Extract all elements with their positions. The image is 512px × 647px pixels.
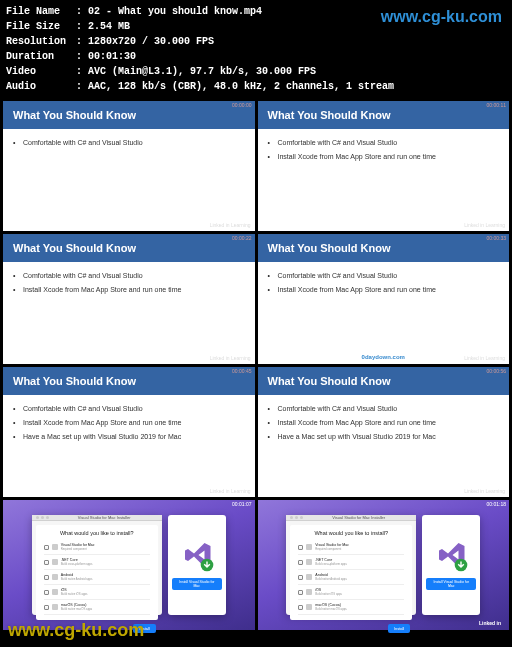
duration-label: Duration bbox=[6, 49, 76, 64]
bullet: Install Xcode from Mac App Store and run… bbox=[268, 153, 500, 160]
window-dot-icon bbox=[41, 516, 44, 519]
bullet: Comfortable with C# and Visual Studio bbox=[13, 405, 245, 412]
download-panel: Install Visual Studio for Mac bbox=[168, 515, 226, 615]
window-dot-icon bbox=[36, 516, 39, 519]
timecode: 00:01:07 bbox=[232, 501, 251, 507]
slide-title: What You Should Know bbox=[258, 234, 510, 262]
timecode: 00:00:45 bbox=[232, 368, 251, 374]
bullet: Comfortable with C# and Visual Studio bbox=[13, 139, 245, 146]
slide-title: What You Should Know bbox=[258, 101, 510, 129]
brand-footer: Linked in Learning bbox=[210, 355, 251, 361]
window-dot-icon bbox=[46, 516, 49, 519]
component-icon bbox=[52, 559, 58, 565]
watermark-bottom: www.cg-ku.com bbox=[8, 620, 144, 641]
bullet: Install Xcode from Mac App Store and run… bbox=[13, 286, 245, 293]
brand-footer: Linked in Learning bbox=[464, 222, 505, 228]
checkbox-icon bbox=[44, 560, 49, 565]
installer-item: .NET CoreBuild cross-platform apps bbox=[44, 555, 150, 570]
slide-thumbnail: 00:00:00 What You Should Know Comfortabl… bbox=[3, 101, 255, 231]
brand-footer: Linked in Learning bbox=[210, 488, 251, 494]
thumbnail-grid: 00:00:00 What You Should Know Comfortabl… bbox=[0, 98, 512, 633]
center-watermark: 0daydown.com bbox=[362, 354, 405, 360]
panel-install-button: Install Visual Studio for Mac bbox=[172, 578, 222, 590]
panel-install-button: Install Visual Studio for Mac bbox=[426, 578, 476, 590]
watermark-top: www.cg-ku.com bbox=[381, 8, 502, 26]
window-dot-icon bbox=[290, 516, 293, 519]
brand-footer: Linked in Learning bbox=[210, 222, 251, 228]
window-dot-icon bbox=[300, 516, 303, 519]
installer-item: iOSBuild native iOS apps bbox=[44, 585, 150, 600]
timecode: 00:00:11 bbox=[487, 102, 506, 108]
installer-window-title: Visual Studio for Mac Installer bbox=[51, 515, 158, 520]
installer-window-title: Visual Studio for Mac Installer bbox=[305, 515, 412, 520]
bullet: Comfortable with C# and Visual Studio bbox=[13, 272, 245, 279]
installer-item: AndroidBuild native Android apps bbox=[298, 570, 404, 585]
installer-heading: What would you like to install? bbox=[44, 530, 150, 536]
checkbox-icon bbox=[44, 590, 49, 595]
bullet: Comfortable with C# and Visual Studio bbox=[268, 272, 500, 279]
installer-heading: What would you like to install? bbox=[298, 530, 404, 536]
duration-value: 00:01:30 bbox=[88, 49, 136, 64]
download-arrow-icon bbox=[200, 558, 214, 572]
component-icon bbox=[52, 574, 58, 580]
installer-item: .NET CoreBuild cross-platform apps bbox=[298, 555, 404, 570]
file-size-value: 2.54 MB bbox=[88, 19, 130, 34]
bullet: Install Xcode from Mac App Store and run… bbox=[268, 419, 500, 426]
installer-titlebar: Visual Studio for Mac Installer bbox=[32, 515, 162, 521]
linkedin-footer: Linked in bbox=[479, 620, 501, 626]
file-name-value: 02 - What you should know.mp4 bbox=[88, 4, 262, 19]
timecode: 00:01:18 bbox=[487, 501, 506, 507]
bullet: Install Xcode from Mac App Store and run… bbox=[13, 419, 245, 426]
slide-thumbnail: 00:00:11 What You Should Know Comfortabl… bbox=[258, 101, 510, 231]
component-icon bbox=[306, 589, 312, 595]
slide-thumbnail: 00:00:22 What You Should Know Comfortabl… bbox=[3, 234, 255, 364]
bullet: Install Xcode from Mac App Store and run… bbox=[268, 286, 500, 293]
bullet: Comfortable with C# and Visual Studio bbox=[268, 139, 500, 146]
checkbox-icon bbox=[298, 605, 303, 610]
slide-thumbnail: 00:00:45 What You Should Know Comfortabl… bbox=[3, 367, 255, 497]
timecode: 00:00:22 bbox=[232, 235, 251, 241]
brand-footer: Linked in Learning bbox=[464, 355, 505, 361]
slide-title: What You Should Know bbox=[3, 234, 255, 262]
audio-value: AAC, 128 kb/s (CBR), 48.0 kHz, 2 channel… bbox=[88, 79, 394, 94]
download-arrow-icon bbox=[454, 558, 468, 572]
video-value: AVC (Main@L3.1), 97.7 kb/s, 30.000 FPS bbox=[88, 64, 316, 79]
installer-item: Visual Studio for MacRequired component bbox=[44, 540, 150, 555]
window-dot-icon bbox=[295, 516, 298, 519]
checkbox-icon bbox=[44, 605, 49, 610]
checkbox-icon bbox=[298, 575, 303, 580]
installer-item: macOS (Cocoa)Build native macOS apps bbox=[44, 600, 150, 615]
audio-label: Audio bbox=[6, 79, 76, 94]
checkbox-icon bbox=[44, 575, 49, 580]
bullet: Have a Mac set up with Visual Studio 201… bbox=[13, 433, 245, 440]
slide-title: What You Should Know bbox=[3, 367, 255, 395]
install-button: Install bbox=[388, 624, 410, 633]
installer-item: Visual Studio for MacRequired component bbox=[298, 540, 404, 555]
slide-thumbnail-installer: 00:01:18 Visual Studio for Mac Installer… bbox=[258, 500, 510, 630]
brand-footer: Linked in Learning bbox=[464, 488, 505, 494]
bullet: Have a Mac set up with Visual Studio 201… bbox=[268, 433, 500, 440]
slide-title: What You Should Know bbox=[3, 101, 255, 129]
checkbox-icon bbox=[298, 545, 303, 550]
bullet: Comfortable with C# and Visual Studio bbox=[268, 405, 500, 412]
visual-studio-icon bbox=[436, 540, 466, 570]
file-size-label: File Size bbox=[6, 19, 76, 34]
timecode: 00:00:00 bbox=[232, 102, 251, 108]
file-name-label: File Name bbox=[6, 4, 76, 19]
download-panel: Install Visual Studio for Mac bbox=[422, 515, 480, 615]
installer-item: iOSBuild native iOS apps bbox=[298, 585, 404, 600]
slide-title: What You Should Know bbox=[258, 367, 510, 395]
installer-item: macOS (Cocoa)Build native macOS apps bbox=[298, 600, 404, 615]
component-icon bbox=[52, 544, 58, 550]
installer-window: Visual Studio for Mac Installer What wou… bbox=[32, 515, 162, 615]
timecode: 00:00:56 bbox=[487, 368, 506, 374]
checkbox-icon bbox=[298, 560, 303, 565]
component-icon bbox=[306, 544, 312, 550]
checkbox-icon bbox=[44, 545, 49, 550]
video-label: Video bbox=[6, 64, 76, 79]
resolution-label: Resolution bbox=[6, 34, 76, 49]
slide-thumbnail: 00:00:56 What You Should Know Comfortabl… bbox=[258, 367, 510, 497]
timecode: 00:00:33 bbox=[487, 235, 506, 241]
checkbox-icon bbox=[298, 590, 303, 595]
installer-item: AndroidBuild native Android apps bbox=[44, 570, 150, 585]
